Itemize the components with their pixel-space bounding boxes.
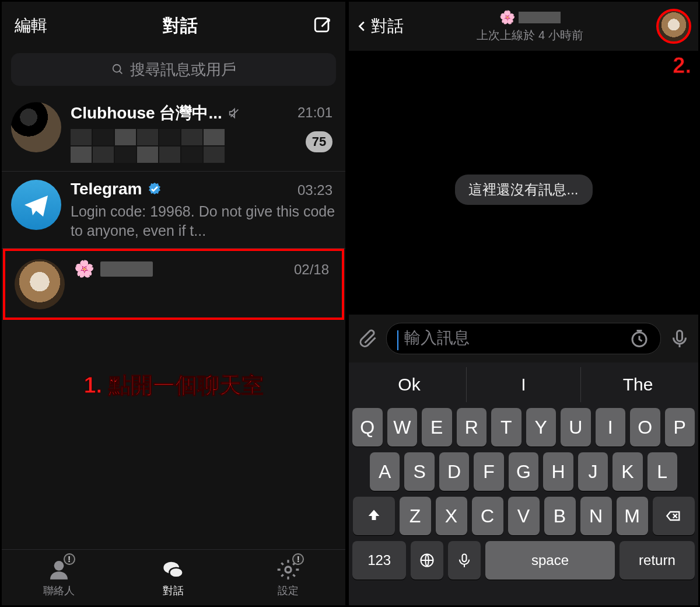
svg-rect-9 (463, 554, 467, 562)
key-123[interactable]: 123 (352, 541, 406, 580)
avatar (11, 102, 61, 152)
keyboard-row: Z X C V B N M (352, 497, 695, 535)
badge-alert: ! (292, 553, 304, 565)
text-cursor (397, 330, 398, 350)
empty-state-text: 這裡還沒有訊息... (454, 175, 592, 205)
chat-list-screen: 編輯 對話 搜尋訊息或用戶 Clubhouse 台灣中... (0, 0, 347, 607)
key-i[interactable]: I (596, 408, 626, 446)
unread-badge: 75 (306, 131, 332, 152)
compose-icon (313, 16, 332, 36)
tab-contacts[interactable]: ! 聯絡人 (2, 550, 116, 605)
svg-rect-0 (315, 18, 328, 32)
globe-icon (419, 552, 435, 568)
tab-chats[interactable]: 對話 (116, 550, 230, 605)
key-h[interactable]: H (543, 452, 573, 491)
microphone-icon[interactable] (669, 328, 690, 349)
key-b[interactable]: B (544, 497, 576, 535)
suggestion[interactable]: I (467, 367, 581, 402)
telegram-icon (22, 191, 50, 219)
chat-preview: Login code: 19968. Do not give this code… (71, 202, 336, 240)
page-title: 對話 (163, 14, 198, 38)
keyboard: Ok I The Q W E R T Y U I O P A S D F (349, 362, 698, 605)
tab-bar: ! 聯絡人 對話 ! 設定 (2, 549, 345, 605)
key-q[interactable]: Q (352, 408, 383, 446)
attachment-icon[interactable] (357, 328, 378, 349)
key-d[interactable]: D (439, 452, 469, 491)
muted-icon (228, 107, 241, 120)
key-s[interactable]: S (404, 452, 434, 491)
search-icon (111, 63, 124, 76)
key-t[interactable]: T (491, 408, 522, 446)
chats-icon (162, 558, 185, 581)
chat-time: 03:23 (298, 182, 332, 198)
key-r[interactable]: R (457, 408, 487, 446)
contact-name-censored (519, 12, 561, 23)
svg-point-5 (285, 567, 291, 573)
tab-label: 對話 (163, 584, 184, 598)
key-n[interactable]: N (580, 497, 612, 535)
keyboard-row: Q W E R T Y U I O P (352, 408, 695, 446)
key-z[interactable]: Z (400, 497, 431, 535)
key-o[interactable]: O (630, 408, 660, 446)
suggestion[interactable]: Ok (352, 367, 467, 402)
chat-header: 對話 🌸 上次上線於 4 小時前 (349, 2, 698, 51)
avatar (11, 180, 61, 230)
keyboard-row: 123 space return (352, 541, 695, 580)
chat-header-title[interactable]: 🌸 上次上線於 4 小時前 (404, 10, 656, 43)
annotation-step-1: 1. 點開一個聊天室 (2, 371, 345, 400)
message-input[interactable]: 輸入訊息 (386, 323, 661, 354)
badge-alert: ! (64, 553, 75, 565)
key-backspace[interactable] (653, 497, 695, 535)
key-w[interactable]: W (387, 408, 418, 446)
key-k[interactable]: K (612, 452, 642, 491)
tab-settings[interactable]: ! 設定 (231, 550, 345, 605)
chat-row[interactable]: Telegram Login code: 19968. Do not give … (2, 172, 345, 249)
annotation-step-2: 2. (673, 53, 691, 78)
key-p[interactable]: P (665, 408, 695, 446)
timer-icon[interactable] (629, 328, 650, 349)
key-v[interactable]: V (508, 497, 540, 535)
chat-name-censored (100, 261, 153, 277)
chat-screen: 對話 🌸 上次上線於 4 小時前 2. 這裡還沒有訊息... 輸入訊息 (347, 0, 700, 607)
contact-avatar-highlighted[interactable] (656, 9, 691, 44)
key-a[interactable]: A (370, 452, 400, 491)
key-space[interactable]: space (485, 541, 615, 580)
shift-icon (366, 508, 382, 524)
key-e[interactable]: E (422, 408, 452, 446)
key-m[interactable]: M (617, 497, 648, 535)
key-j[interactable]: J (578, 452, 608, 491)
key-f[interactable]: F (474, 452, 503, 491)
key-dictation[interactable] (448, 541, 481, 580)
svg-point-1 (113, 65, 120, 72)
microphone-icon (456, 552, 473, 568)
chat-row[interactable]: Clubhouse 台灣中... 21:01 75 (2, 94, 345, 172)
contact-emoji: 🌸 (499, 10, 515, 25)
search-placeholder: 搜尋訊息或用戶 (130, 60, 236, 80)
last-seen-status: 上次上線於 4 小時前 (477, 27, 583, 43)
suggestion-bar: Ok I The (352, 367, 695, 402)
chat-list-header: 編輯 對話 (2, 2, 345, 50)
key-shift[interactable] (353, 497, 395, 535)
search-input[interactable]: 搜尋訊息或用戶 (11, 53, 336, 86)
message-placeholder: 輸入訊息 (404, 329, 470, 347)
key-l[interactable]: L (648, 452, 677, 491)
keyboard-row: A S D F G H J K L (352, 452, 695, 491)
chevron-left-icon (356, 16, 369, 36)
edit-button[interactable]: 編輯 (15, 15, 47, 37)
message-input-bar: 輸入訊息 (349, 315, 698, 362)
suggestion[interactable]: The (581, 367, 695, 402)
key-return[interactable]: return (620, 541, 695, 580)
chat-name-emoji: 🌸 (74, 259, 94, 278)
key-c[interactable]: C (472, 497, 503, 535)
backspace-icon (666, 508, 682, 524)
key-u[interactable]: U (561, 408, 591, 446)
back-button[interactable]: 對話 (356, 15, 404, 37)
key-globe[interactable] (411, 541, 443, 580)
chat-row-highlighted[interactable]: 🌸 02/18 (3, 249, 344, 320)
compose-button[interactable] (313, 16, 332, 36)
tab-label: 設定 (278, 584, 299, 598)
key-y[interactable]: Y (526, 408, 556, 446)
key-g[interactable]: G (509, 452, 538, 491)
key-x[interactable]: X (436, 497, 467, 535)
chat-time: 21:01 (298, 104, 332, 121)
